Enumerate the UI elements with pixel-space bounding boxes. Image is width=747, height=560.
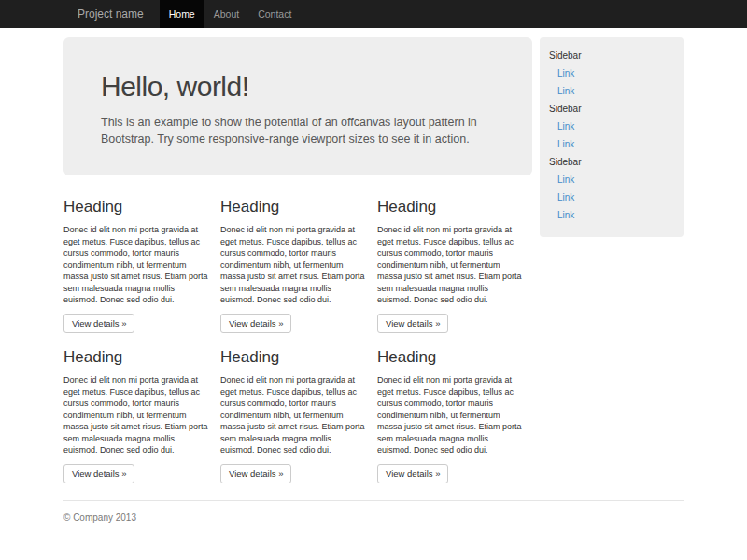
nav-item-home[interactable]: Home [160, 0, 204, 28]
card-body: Donec id elit non mi porta gravida at eg… [220, 224, 365, 306]
card-heading: Heading [63, 348, 208, 367]
sidebar-link-item[interactable]: Link [549, 64, 674, 82]
card-body: Donec id elit non mi porta gravida at eg… [220, 374, 365, 456]
view-details-button[interactable]: View details » [220, 464, 291, 483]
navbar-nav: Home About Contact [160, 0, 302, 28]
sidebar-link-item[interactable]: Link [549, 82, 674, 100]
card: Heading Donec id elit non mi porta gravi… [220, 341, 365, 483]
sidebar-link-item[interactable]: Link [549, 189, 674, 206]
sidebar-link-item[interactable]: Link [549, 206, 674, 224]
sidebar-column: Sidebar Link Link Sidebar Link Link Side… [540, 37, 684, 237]
sidebar-link[interactable]: Link [549, 86, 674, 96]
nav-item-about[interactable]: About [204, 0, 248, 28]
sidebar-link[interactable]: Link [549, 139, 674, 149]
sidebar-group-heading: Sidebar [549, 153, 674, 171]
sidebar-link[interactable]: Link [549, 175, 674, 185]
sidebar-link[interactable]: Link [549, 192, 674, 203]
sidebar-link-item[interactable]: Link [549, 118, 674, 135]
sidebar-link[interactable]: Link [549, 121, 674, 132]
card-heading: Heading [377, 348, 522, 367]
sidebar-link-item[interactable]: Link [549, 135, 674, 153]
card: Heading Donec id elit non mi porta gravi… [220, 190, 365, 333]
copyright-text: © Company 2013 [63, 512, 684, 523]
card-heading: Heading [220, 348, 365, 367]
nav-item-contact[interactable]: Contact [248, 0, 301, 28]
card-heading: Heading [377, 198, 522, 217]
view-details-button[interactable]: View details » [220, 314, 291, 333]
card-body: Donec id elit non mi porta gravida at eg… [377, 224, 522, 306]
sidebar-link[interactable]: Link [549, 68, 674, 78]
jumbotron: Hello, world! This is an example to show… [63, 37, 532, 175]
card-heading: Heading [220, 198, 365, 217]
view-details-button[interactable]: View details » [63, 464, 134, 483]
view-details-button[interactable]: View details » [377, 464, 448, 483]
sidebar-link[interactable]: Link [549, 210, 674, 220]
view-details-button[interactable]: View details » [63, 314, 134, 333]
jumbotron-title: Hello, world! [101, 71, 495, 103]
sidebar-link-item[interactable]: Link [549, 171, 674, 189]
nav-link-home[interactable]: Home [160, 0, 204, 28]
nav-link-contact[interactable]: Contact [248, 0, 301, 28]
sidebar-nav-list: Sidebar Link Link Sidebar Link Link Side… [549, 47, 674, 224]
jumbotron-body: This is an example to show the potential… [101, 114, 495, 147]
nav-link-about[interactable]: About [204, 0, 248, 28]
card-body: Donec id elit non mi porta gravida at eg… [377, 374, 522, 456]
card: Heading Donec id elit non mi porta gravi… [377, 190, 522, 333]
navbar: Project name Home About Contact [0, 0, 747, 28]
sidebar-group-heading: Sidebar [549, 47, 674, 64]
page-footer: © Company 2013 [63, 500, 684, 551]
page-container: Hello, world! This is an example to show… [63, 37, 684, 551]
navbar-inner: Project name Home About Contact [63, 0, 684, 28]
card-body: Donec id elit non mi porta gravida at eg… [63, 224, 208, 306]
navbar-brand[interactable]: Project name [63, 0, 158, 28]
card-heading: Heading [63, 198, 208, 217]
cards-grid: Heading Donec id elit non mi porta gravi… [63, 190, 532, 491]
view-details-button[interactable]: View details » [377, 314, 448, 333]
card-body: Donec id elit non mi porta gravida at eg… [63, 374, 208, 456]
main-column: Hello, world! This is an example to show… [63, 37, 532, 491]
card: Heading Donec id elit non mi porta gravi… [63, 190, 208, 333]
sidebar: Sidebar Link Link Sidebar Link Link Side… [540, 37, 684, 237]
sidebar-group-heading: Sidebar [549, 100, 674, 118]
card: Heading Donec id elit non mi porta gravi… [377, 341, 522, 483]
content-row: Hello, world! This is an example to show… [63, 37, 684, 491]
card: Heading Donec id elit non mi porta gravi… [63, 341, 208, 483]
